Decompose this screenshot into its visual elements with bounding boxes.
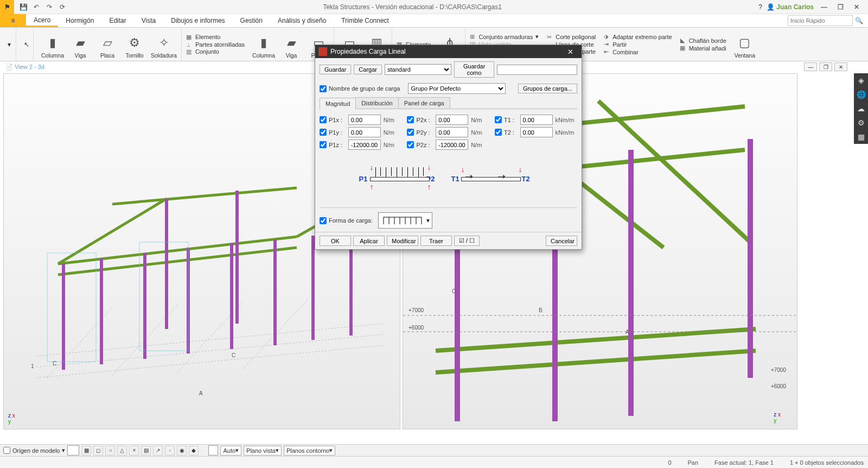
grupo-checkbox[interactable]: Nombre de grupo de carga xyxy=(320,85,400,92)
rb-conjunto-armaduras[interactable]: ⊞Conjunto armaduras ▾ xyxy=(469,33,539,40)
plano-vista-select[interactable]: Plano vista ▾ xyxy=(244,446,282,456)
p1z-input[interactable] xyxy=(348,140,381,150)
tab-vista[interactable]: Vista xyxy=(134,14,163,27)
file-tab[interactable]: ≡ xyxy=(0,14,26,27)
forma-checkbox[interactable]: Forma de carga: xyxy=(320,217,373,224)
tab-analisis[interactable]: Análisis y diseño xyxy=(270,14,334,27)
tab-acero[interactable]: Acero xyxy=(26,14,58,27)
bt-snap-endpoint[interactable]: ◻ xyxy=(93,446,103,456)
dialog-titlebar[interactable]: Propiedades Carga Lineal ✕ xyxy=(315,45,582,58)
t2-input[interactable] xyxy=(520,127,553,137)
rb-combinar[interactable]: ⇤Combinar xyxy=(602,48,672,55)
p2y-input[interactable] xyxy=(436,127,468,137)
sb-cloud-icon[interactable]: ☁ xyxy=(854,102,868,116)
vp-max[interactable]: ❐ xyxy=(819,62,832,71)
bt-snap-ext[interactable]: ↗ xyxy=(153,446,163,456)
bt-field[interactable] xyxy=(67,445,79,456)
auto-select[interactable]: Auto ▾ xyxy=(220,446,241,456)
bt-snap-perp[interactable]: × xyxy=(129,446,139,456)
toggle-button[interactable]: ☑ / ☐ xyxy=(454,236,480,246)
grupos-carga-button[interactable]: Grupos de carga... xyxy=(518,84,577,93)
p2x-input[interactable] xyxy=(436,115,468,125)
minimize-button[interactable]: — xyxy=(818,3,830,11)
p1x-check[interactable]: P1x : xyxy=(320,116,346,123)
bt-snap-node[interactable]: ◆ xyxy=(189,446,199,456)
p1z-check[interactable]: P1z : xyxy=(320,141,346,148)
select-tool[interactable]: ↖ xyxy=(20,28,34,61)
forma-select[interactable]: ▾ xyxy=(378,212,432,229)
cargar-button[interactable]: Cargar xyxy=(354,65,382,74)
sb-globe-icon[interactable]: 🌐 xyxy=(854,87,868,102)
p2x-check[interactable]: P2x : xyxy=(407,116,433,123)
dialog-close-button[interactable]: ✕ xyxy=(562,48,578,56)
cancelar-button[interactable]: Cancelar xyxy=(546,236,577,246)
p2y-check[interactable]: P2y : xyxy=(407,129,433,136)
guardar-como-input[interactable] xyxy=(497,65,577,75)
rb-tornillo[interactable]: ⚙Tornillo xyxy=(124,30,145,59)
rb-material[interactable]: ▦Material añadi xyxy=(679,45,726,52)
vp-min[interactable]: — xyxy=(804,62,817,71)
bt-snap-mid[interactable]: ○ xyxy=(105,446,115,456)
tab-trimble[interactable]: Trimble Connect xyxy=(334,14,397,27)
user-label[interactable]: 👤 Juan Carlos xyxy=(767,3,814,11)
rb-placa[interactable]: ▱Placa xyxy=(97,30,118,59)
modificar-button[interactable]: Modificar xyxy=(387,236,418,246)
rb-chaflan[interactable]: ◣Chaflán borde xyxy=(679,37,726,44)
app-logo[interactable]: ⚑ xyxy=(0,0,14,14)
ok-button[interactable]: OK xyxy=(320,236,351,246)
help-icon[interactable]: ? xyxy=(758,3,762,11)
rb-partes-atornilladas[interactable]: ⟂Partes atornilladas xyxy=(185,41,245,48)
sb-grid-icon[interactable]: ▦ xyxy=(854,130,868,144)
save-icon[interactable]: 💾 xyxy=(18,2,28,12)
tab-hormigon[interactable]: Hormigón xyxy=(58,14,101,27)
tab-magnitud[interactable]: Magnitud xyxy=(320,98,356,109)
rb-c-viga[interactable]: ▰Viga xyxy=(280,30,302,59)
rb-conjunto[interactable]: ▥Conjunto xyxy=(185,48,245,55)
sb-gear-icon[interactable]: ⚙ xyxy=(854,116,868,130)
tab-gestion[interactable]: Gestión xyxy=(233,14,270,27)
bt-snap-line[interactable]: ▤ xyxy=(141,446,151,456)
p1x-input[interactable] xyxy=(348,115,381,125)
planos-contorno-select[interactable]: Planos contorno ▾ xyxy=(284,446,336,456)
guardar-como-button[interactable]: Guardar como xyxy=(454,61,494,78)
rb-adaptar-extremo[interactable]: ⬗Adaptar extremo parte xyxy=(602,33,672,40)
p2z-check[interactable]: P2z : xyxy=(407,141,433,148)
restore-button[interactable]: ❐ xyxy=(834,3,846,11)
p1y-check[interactable]: P1y : xyxy=(320,129,346,136)
rb-partir[interactable]: ⇥Partir xyxy=(602,41,672,48)
undo-icon[interactable]: ↶ xyxy=(31,2,41,12)
sb-compass-icon[interactable]: ◈ xyxy=(854,73,868,87)
bt-snap-cen[interactable]: ◉ xyxy=(177,446,187,456)
guardar-button[interactable]: Guardar xyxy=(320,65,351,74)
p1y-input[interactable] xyxy=(348,127,381,137)
rb-c-columna[interactable]: ▮Columna xyxy=(252,30,275,59)
search-icon[interactable]: 🔍 xyxy=(853,15,865,27)
rb-soldadura[interactable]: ✧Soldadura xyxy=(151,30,177,59)
t2-check[interactable]: T2 : xyxy=(495,129,518,136)
traer-button[interactable]: Traer xyxy=(420,236,452,246)
rb-corte-poligonal[interactable]: ✂Corte poligonal xyxy=(545,34,596,41)
bt-snap-near[interactable]: ◦ xyxy=(165,446,175,456)
bt-snap-int[interactable]: △ xyxy=(117,446,127,456)
pointer-tool[interactable]: ▾ xyxy=(2,28,16,61)
tab-dibujos[interactable]: Dibujos e informes xyxy=(163,14,232,27)
preset-select[interactable]: standard xyxy=(385,64,451,75)
grupo-select[interactable]: Grupo Por Defecto xyxy=(408,83,506,94)
rb-columna[interactable]: ▮Columna xyxy=(41,30,64,59)
redo-icon[interactable]: ↷ xyxy=(44,2,54,12)
aplicar-button[interactable]: Aplicar xyxy=(353,236,385,246)
t1-check[interactable]: T1 : xyxy=(495,116,518,123)
origen-toggle[interactable]: Origen de modelo ▾ xyxy=(3,447,65,454)
tab-distribucion[interactable]: Distribución xyxy=(355,97,398,109)
bt-field2[interactable] xyxy=(208,445,218,456)
history-icon[interactable]: ⟳ xyxy=(58,2,67,12)
rb-ventana[interactable]: ▢Ventana xyxy=(734,30,756,59)
p2z-input[interactable] xyxy=(436,140,468,150)
t1-input[interactable] xyxy=(520,115,553,125)
quick-search-input[interactable] xyxy=(788,15,853,26)
rb-viga[interactable]: ▰Viga xyxy=(69,30,91,59)
rb-elemento[interactable]: ▦Elemento xyxy=(185,34,245,41)
tab-panel-carga[interactable]: Panel de carga xyxy=(398,97,450,109)
vp-close[interactable]: ✕ xyxy=(834,62,847,71)
close-button[interactable]: ✕ xyxy=(851,3,863,11)
